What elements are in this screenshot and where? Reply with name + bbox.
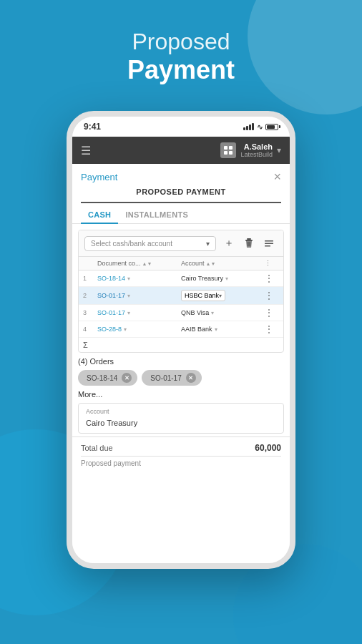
topbar-center: A.Saleh LatestBuild ▾ (220, 142, 281, 158)
wifi-icon: ∿ (257, 123, 263, 131)
svg-rect-4 (245, 240, 253, 241)
phone-frame: 9:41 ∿ ☰ A.Saleh Lat (67, 111, 295, 569)
chip-label: SO-01-17 (150, 374, 181, 382)
table-row[interactable]: 1 SO-18-14 ▾ Cairo Treasury ▾ ⋮ (79, 270, 283, 287)
account-name: AAIB Bank (181, 326, 212, 333)
orders-count: (4) Orders (78, 357, 284, 366)
doc-link[interactable]: SO-01-17 (97, 292, 125, 299)
cell-expand-arrow: ▾ (124, 326, 127, 333)
doc-link[interactable]: SO-28-8 (97, 326, 122, 333)
account-selected-input[interactable]: HSBC Bank ▾ (181, 290, 225, 301)
sigma-row: Σ (79, 338, 283, 352)
select-chevron: ▾ (206, 240, 210, 248)
signal-icon (243, 123, 254, 130)
row-options-button[interactable]: ⋮ (265, 308, 279, 318)
order-chips: SO-18-14 ✕ SO-01-17 ✕ (78, 370, 284, 386)
more-orders-link[interactable]: More... (78, 390, 284, 399)
select-bar: Select cash/bank account ▾ ＋ (79, 230, 283, 257)
sort-icon-account: ▲▼ (206, 261, 216, 266)
row-number: 1 (83, 275, 97, 282)
tooltip-value: Cairo Treasury (86, 419, 137, 427)
account-cell: Cairo Treasury ▾ (181, 275, 265, 282)
svg-rect-7 (250, 242, 251, 246)
table-row[interactable]: 4 SO-28-8 ▾ AAIB Bank ▾ ⋮ (79, 321, 283, 338)
svg-rect-2 (224, 151, 228, 155)
table-row[interactable]: 2 SO-01-17 ▾ HSBC Bank ▾ ⋮ (79, 287, 283, 305)
total-due-label: Total due (81, 444, 113, 452)
build-name: LatestBuild (240, 151, 273, 158)
svg-rect-0 (224, 146, 228, 150)
orders-section: (4) Orders SO-18-14 ✕ SO-01-17 ✕ More... (72, 353, 290, 403)
row-more-icon: ⋮ (265, 260, 271, 267)
table-actions: ＋ (220, 235, 278, 252)
row-number: 4 (83, 326, 97, 333)
tab-installments[interactable]: INSTALLMENTS (118, 205, 195, 223)
account-name: QNB Visa (181, 309, 209, 316)
cash-account-select[interactable]: Select cash/bank account ▾ (84, 236, 216, 251)
row-options-button[interactable]: ⋮ (265, 291, 279, 301)
delete-row-button[interactable] (240, 235, 258, 252)
chip-label: SO-18-14 (87, 374, 117, 382)
account-cell: AAIB Bank ▾ (181, 326, 265, 333)
order-chip: SO-18-14 ✕ (78, 370, 137, 386)
account-tooltip: Account Cairo Treasury (78, 403, 284, 434)
app-icon (220, 142, 236, 158)
svg-rect-9 (265, 243, 273, 245)
username: A.Saleh (240, 142, 273, 151)
account-name: HSBC Bank (185, 292, 219, 299)
total-section: Total due 60,000 Proposed payment (72, 436, 290, 473)
svg-rect-6 (248, 242, 249, 246)
more-actions-button[interactable] (260, 235, 278, 252)
add-row-button[interactable]: ＋ (220, 235, 238, 252)
status-icons: ∿ (243, 123, 278, 131)
battery-icon (265, 124, 278, 130)
table-row[interactable]: 3 SO-01-17 ▾ QNB Visa ▾ ⋮ (79, 305, 283, 321)
clock: 9:41 (84, 122, 101, 132)
total-due-value: 60,000 (255, 443, 281, 453)
proposed-payment-label: Proposed payment (81, 459, 141, 467)
payment-back-link[interactable]: Payment (81, 172, 117, 182)
row-options-button[interactable]: ⋮ (265, 324, 279, 334)
tab-cash[interactable]: CASH (81, 205, 118, 223)
user-info: A.Saleh LatestBuild (240, 142, 273, 158)
proposed-payment-row: Proposed payment (81, 459, 281, 467)
close-button[interactable]: × (273, 170, 281, 185)
cash-table: Select cash/bank account ▾ ＋ (78, 230, 284, 353)
row-number: 2 (83, 292, 97, 299)
header-line2: Payment (0, 55, 362, 85)
th-more: ⋮ (265, 260, 279, 267)
chip-remove-button[interactable]: ✕ (122, 373, 132, 383)
doc-cell: SO-28-8 ▾ (97, 326, 181, 333)
account-expand-arrow: ▾ (215, 326, 217, 333)
account-expand-arrow: ▾ (225, 275, 228, 282)
account-expand-arrow: ▾ (211, 310, 214, 316)
order-chip: SO-01-17 ✕ (142, 370, 201, 386)
divider (81, 456, 281, 457)
page-header: Proposed Payment (0, 29, 362, 85)
header-line1: Proposed (0, 29, 362, 55)
select-placeholder: Select cash/bank account (91, 240, 172, 248)
chip-remove-button[interactable]: ✕ (186, 373, 196, 383)
payment-tabs: CASH INSTALLMENTS (72, 205, 290, 224)
user-dropdown-arrow[interactable]: ▾ (277, 145, 281, 155)
account-cell: HSBC Bank ▾ (181, 290, 265, 301)
cell-expand-arrow: ▾ (127, 293, 130, 299)
cell-expand-arrow: ▾ (127, 310, 130, 316)
table-header: Document co... ▲▼ Account ▲▼ ⋮ (79, 257, 283, 270)
svg-rect-10 (265, 245, 270, 247)
svg-rect-5 (247, 238, 251, 240)
th-account: Account ▲▼ (181, 260, 265, 267)
phone-content: Payment × PROPOSED PAYMENT CASH INSTALLM… (72, 164, 290, 563)
doc-cell: SO-01-17 ▾ (97, 292, 181, 299)
menu-icon[interactable]: ☰ (81, 144, 91, 157)
status-bar: 9:41 ∿ (72, 117, 290, 137)
row-options-button[interactable]: ⋮ (265, 273, 279, 283)
row-number: 3 (83, 309, 97, 316)
account-cell: QNB Visa ▾ (181, 309, 265, 316)
doc-link[interactable]: SO-18-14 (97, 275, 125, 282)
doc-link[interactable]: SO-01-17 (97, 309, 125, 316)
svg-rect-8 (265, 240, 273, 242)
svg-rect-3 (229, 151, 233, 155)
sort-icon-doc: ▲▼ (142, 261, 152, 266)
th-document: Document co... ▲▼ (97, 260, 181, 267)
